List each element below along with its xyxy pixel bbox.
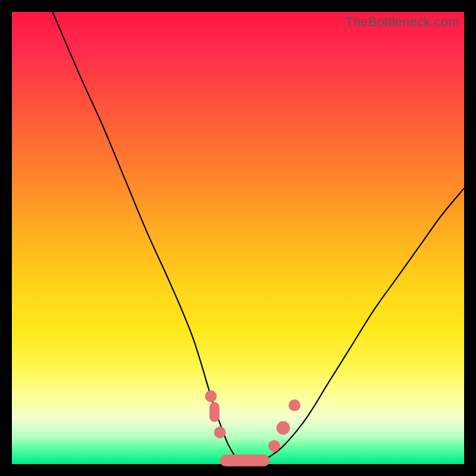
curve-svg <box>12 12 464 464</box>
marker-dot <box>214 427 226 439</box>
bottleneck-curve <box>52 12 464 465</box>
marker-pill <box>220 455 270 466</box>
marker-dot <box>268 440 280 452</box>
marker-group <box>205 390 300 466</box>
marker-dot <box>277 421 290 435</box>
marker-dot <box>289 399 300 411</box>
plot-area: TheBottleneck.com <box>12 12 464 464</box>
marker-pill <box>209 402 220 422</box>
chart-frame: TheBottleneck.com <box>0 0 476 476</box>
marker-dot <box>205 390 217 402</box>
